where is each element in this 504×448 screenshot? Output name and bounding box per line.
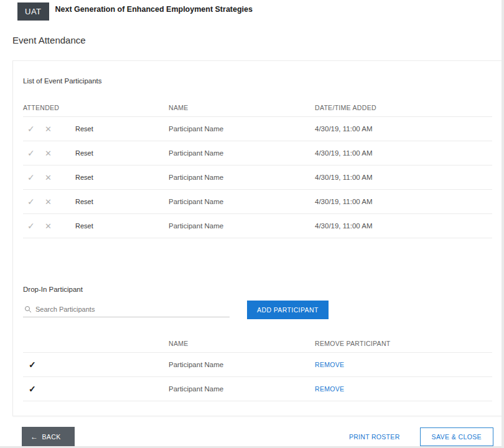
participant-date-added: 4/30/19, 11:00 AM [315, 222, 492, 230]
search-icon [24, 306, 32, 313]
back-arrow-icon: ← [30, 432, 38, 441]
attended-x-icon[interactable]: ✕ [40, 124, 75, 134]
dropin-table: NAME REMOVE PARTICIPANT ✓ Participant Na… [23, 334, 492, 401]
column-header-name: NAME [169, 340, 315, 347]
attended-check-icon: ✓ [23, 360, 169, 370]
table-row: ✓ ✕ Reset Participant Name 4/30/19, 11:0… [23, 166, 492, 190]
dropin-section-title: Drop-In Participant [23, 286, 492, 293]
attended-x-icon[interactable]: ✕ [40, 222, 75, 231]
participants-table: ATTENDED NAME DATE/TIME ADDED ✓ ✕ Reset … [23, 98, 492, 238]
participant-name: Participant Name [169, 361, 315, 368]
participant-name: Participant Name [169, 222, 315, 230]
vertical-scrollbar[interactable] [502, 0, 504, 448]
participant-name: Participant Name [169, 125, 315, 133]
save-close-button[interactable]: SAVE & CLOSE [420, 427, 493, 446]
search-participants-field[interactable] [23, 303, 230, 317]
footer-right-group: PRINT ROSTER SAVE & CLOSE [349, 427, 493, 446]
reset-link[interactable]: Reset [75, 222, 169, 230]
table-row: ✓ ✕ Reset Participant Name 4/30/19, 11:0… [23, 117, 492, 141]
add-participant-button[interactable]: ADD PARTICIPANT [247, 301, 329, 319]
search-input[interactable] [35, 306, 228, 313]
column-header-date: DATE/TIME ADDED [315, 104, 492, 111]
attended-x-icon[interactable]: ✕ [40, 197, 75, 207]
attended-check-icon[interactable]: ✓ [23, 124, 40, 134]
participant-name: Participant Name [169, 174, 315, 181]
attended-check-icon[interactable]: ✓ [23, 172, 40, 182]
table-row: ✓ ✕ Reset Participant Name 4/30/19, 11:0… [23, 141, 492, 166]
table-row: ✓ ✕ Reset Participant Name 4/30/19, 11:0… [23, 214, 492, 238]
app-header: UAT Next Generation of Enhanced Employme… [0, 0, 504, 21]
attended-check-icon: ✓ [23, 384, 169, 394]
participant-date-added: 4/30/19, 11:00 AM [315, 149, 492, 157]
attended-check-icon[interactable]: ✓ [23, 221, 40, 231]
participant-name: Participant Name [169, 198, 315, 205]
back-button-label: BACK [42, 433, 60, 441]
participant-name: Participant Name [169, 149, 315, 157]
attended-check-icon[interactable]: ✓ [23, 197, 40, 207]
participant-date-added: 4/30/19, 11:00 AM [315, 125, 492, 133]
column-header-remove: REMOVE PARTICIPANT [315, 340, 492, 347]
attended-check-icon[interactable]: ✓ [23, 148, 40, 158]
attended-x-icon[interactable]: ✕ [40, 173, 75, 182]
table-row: ✓ Participant Name REMOVE [23, 377, 492, 401]
participant-date-added: 4/30/19, 11:00 AM [315, 174, 492, 181]
participants-section-title: List of Event Participants [23, 77, 492, 85]
reset-link[interactable]: Reset [75, 149, 169, 157]
page-title: Event Attendance [12, 35, 504, 45]
back-button[interactable]: ←BACK [22, 427, 75, 447]
participant-name: Participant Name [169, 385, 315, 393]
remove-link[interactable]: REMOVE [315, 385, 492, 393]
attended-x-icon[interactable]: ✕ [40, 149, 75, 158]
participant-date-added: 4/30/19, 11:00 AM [315, 198, 492, 205]
app-title: Next Generation of Enhanced Employment S… [55, 5, 253, 14]
reset-link[interactable]: Reset [75, 174, 169, 181]
event-attendance-card: List of Event Participants ATTENDED NAME… [12, 60, 503, 416]
environment-badge: UAT [17, 2, 49, 21]
table-row: ✓ Participant Name REMOVE [23, 353, 492, 377]
print-roster-link[interactable]: PRINT ROSTER [349, 433, 400, 441]
column-header-attended: ATTENDED [23, 104, 169, 111]
footer-actions: ←BACK PRINT ROSTER SAVE & CLOSE [22, 427, 493, 447]
reset-link[interactable]: Reset [75, 198, 169, 205]
participants-table-header: ATTENDED NAME DATE/TIME ADDED [23, 98, 492, 117]
remove-link[interactable]: REMOVE [315, 361, 492, 368]
column-header-name: NAME [169, 104, 315, 111]
table-row: ✓ ✕ Reset Participant Name 4/30/19, 11:0… [23, 190, 492, 214]
dropin-controls: ADD PARTICIPANT [23, 301, 492, 319]
reset-link[interactable]: Reset [75, 125, 169, 133]
dropin-table-header: NAME REMOVE PARTICIPANT [23, 334, 492, 353]
